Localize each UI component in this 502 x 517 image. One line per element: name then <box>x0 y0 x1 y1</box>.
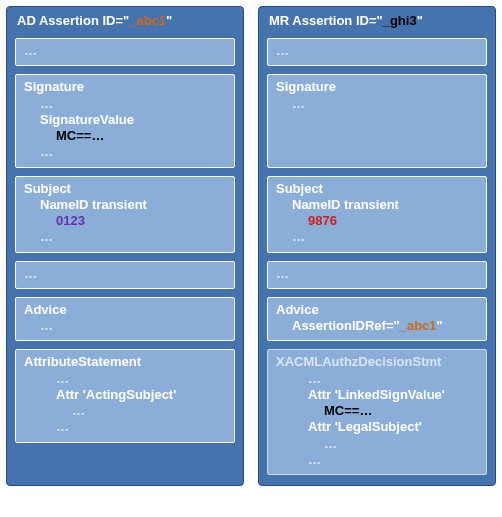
mr-subject-header: Subject <box>276 181 478 197</box>
ellipsis: … <box>276 266 289 281</box>
mr-xacml-block: XACMLAuthzDecisionStmt … Attr 'LinkedSig… <box>267 349 487 475</box>
ad-title-prefix: AD Assertion ID=" <box>17 13 129 28</box>
ellipsis: … <box>276 452 478 468</box>
ad-title-suffix: " <box>166 13 172 28</box>
mr-signature-header: Signature <box>276 79 478 95</box>
mr-signature-block: Signature … <box>267 74 487 167</box>
ad-ellipsis-block-1: … <box>15 38 235 66</box>
ad-advice-header: Advice <box>24 302 226 318</box>
ellipsis: … <box>276 96 478 112</box>
mr-assertion-panel: MR Assertion ID="_ghi3" … Signature … Su… <box>258 6 496 486</box>
mr-subject-block: Subject NameID transient 9876 … <box>267 176 487 253</box>
ad-nameid-value: 0123 <box>24 213 226 229</box>
ellipsis: … <box>276 371 478 387</box>
ad-assertion-title: AD Assertion ID="_abc1" <box>15 13 235 30</box>
ellipsis: … <box>24 43 37 58</box>
ad-subject-block: Subject NameID transient 0123 … <box>15 176 235 253</box>
mr-ellipsis-block-1: … <box>267 38 487 66</box>
diagram-canvas: AD Assertion ID="_abc1" … Signature … Si… <box>6 6 496 486</box>
mr-assertion-title: MR Assertion ID="_ghi3" <box>267 13 487 30</box>
mr-advice-block: Advice AssertionIDRef="_abc1" <box>267 297 487 342</box>
ad-title-id: _abc1 <box>129 13 166 28</box>
ad-sigvalue: MC==… <box>24 128 226 144</box>
ellipsis: … <box>24 229 226 245</box>
ad-attrstmt-header: AttributeStatement <box>24 354 226 370</box>
ad-signature-header: Signature <box>24 79 226 95</box>
mr-ellipsis-block-2: … <box>267 261 487 289</box>
mr-advice-ref-prefix: AssertionIDRef=" <box>292 318 400 333</box>
ad-assertion-panel: AD Assertion ID="_abc1" … Signature … Si… <box>6 6 244 486</box>
ad-signature-block: Signature … SignatureValue MC==… … <box>15 74 235 167</box>
ellipsis: … <box>276 436 478 452</box>
mr-attr-linkedsignvalue: Attr 'LinkedSignValue' <box>276 387 478 403</box>
ellipsis: … <box>24 144 226 160</box>
ad-advice-block: Advice … <box>15 297 235 342</box>
ad-attrstmt-block: AttributeStatement … Attr 'ActingSubject… <box>15 349 235 442</box>
mr-title-prefix: MR Assertion ID=" <box>269 13 383 28</box>
ad-subject-header: Subject <box>24 181 226 197</box>
mr-advice-ref-suffix: " <box>437 318 443 333</box>
ad-nameid-label: NameID transient <box>24 197 226 213</box>
ellipsis: … <box>24 403 226 419</box>
mr-title-suffix: " <box>417 13 423 28</box>
mr-nameid-value: 9876 <box>276 213 478 229</box>
ad-attr-acting-subject: Attr 'ActingSubject' <box>24 387 226 403</box>
ellipsis: … <box>24 318 226 334</box>
mr-advice-header: Advice <box>276 302 478 318</box>
mr-title-id: _ghi3 <box>383 13 417 28</box>
mr-attr-legalsubject: Attr 'LegalSubject' <box>276 419 478 435</box>
ellipsis: … <box>24 266 37 281</box>
ad-ellipsis-block-2: … <box>15 261 235 289</box>
mr-xacml-header: XACMLAuthzDecisionStmt <box>276 354 478 370</box>
mr-advice-assertionidref: AssertionIDRef="_abc1" <box>276 318 478 334</box>
ellipsis: … <box>276 229 478 245</box>
mr-advice-ref-value: _abc1 <box>400 318 437 333</box>
mr-linkedsignvalue: MC==… <box>276 403 478 419</box>
ellipsis: … <box>276 43 289 58</box>
ellipsis: … <box>24 419 226 435</box>
ellipsis: … <box>24 96 226 112</box>
mr-nameid-label: NameID transient <box>276 197 478 213</box>
ad-sigvalue-label: SignatureValue <box>24 112 226 128</box>
ellipsis: … <box>24 371 226 387</box>
